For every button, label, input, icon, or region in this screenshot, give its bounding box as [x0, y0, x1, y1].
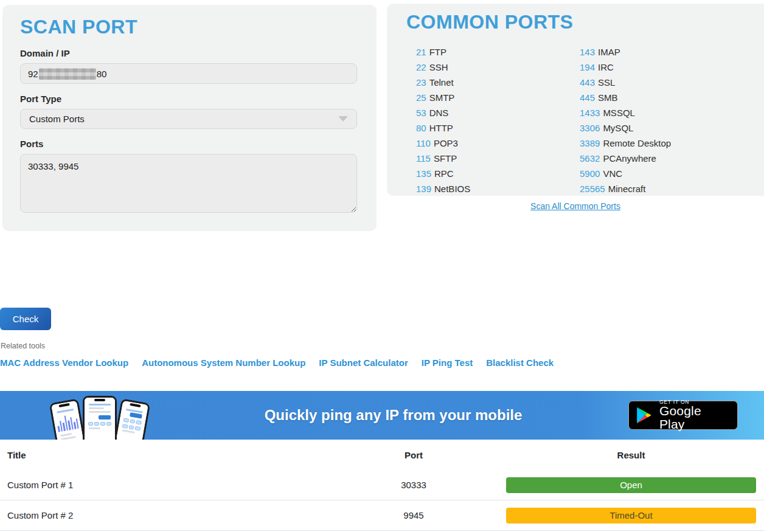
domain-ip-input[interactable]: 9280: [20, 63, 357, 84]
mobile-app-promo-banner: Quickly ping any IP from your mobile GET…: [0, 391, 764, 440]
port-number-link[interactable]: 25565: [580, 184, 605, 194]
header-title: Title: [0, 450, 376, 460]
status-badge: Open: [506, 477, 756, 493]
banner-headline: Quickly ping any IP from your mobile: [158, 391, 628, 440]
port-number-link[interactable]: 445: [580, 92, 595, 103]
port-type-select[interactable]: Custom Ports: [20, 109, 357, 129]
phones-mockup-image: [50, 395, 151, 440]
port-number-link[interactable]: 143: [580, 47, 595, 57]
common-port-item: 5900VNC: [580, 166, 671, 181]
result-cell: Timed-Out: [451, 508, 764, 523]
mini-bar-chart: [56, 413, 79, 432]
phone-right: [114, 398, 150, 440]
port-number-link[interactable]: 21: [416, 47, 426, 57]
port-number-link[interactable]: 3389: [580, 138, 600, 148]
related-tools-links: MAC Address Vendor LookupAutonomous Syst…: [0, 358, 554, 368]
header-port: Port: [376, 450, 451, 460]
common-port-item: 5632PCAnywhere: [580, 151, 671, 166]
port-number-link[interactable]: 115: [416, 153, 431, 164]
related-tool-link[interactable]: IP Subnet Calculator: [319, 358, 408, 368]
common-port-item: 3306MySQL: [580, 120, 671, 136]
related-tools-label: Related tools: [1, 342, 45, 350]
common-port-item: 23Telnet: [416, 75, 580, 90]
scan-results-table: Title Port Result Custom Port # 130333Op…: [0, 440, 764, 531]
port-scan-page: SCAN PORT Domain / IP 9280 Port Type Cus…: [0, 0, 764, 532]
port-name-label: RPC: [434, 168, 454, 179]
port-number-link[interactable]: 443: [580, 77, 595, 88]
common-port-item: 1433MSSQL: [580, 105, 671, 120]
common-port-item: 194IRC: [580, 60, 671, 75]
google-play-badge[interactable]: GET IT ON Google Play: [628, 401, 738, 430]
domain-ip-value-suffix: 80: [97, 69, 107, 79]
common-ports-column-right: 143IMAP194IRC443SSL445SMB1433MSSQL3306My…: [580, 44, 671, 196]
port-number-link[interactable]: 25: [416, 92, 426, 103]
check-button[interactable]: Check: [0, 308, 51, 330]
port-number-link[interactable]: 3306: [580, 123, 600, 133]
ports-textarea[interactable]: 30333, 9945: [20, 154, 357, 213]
table-row: Custom Port # 130333Open: [0, 470, 764, 500]
result-port-cell: 30333: [376, 480, 451, 490]
phone-center: [83, 396, 117, 440]
port-name-label: IMAP: [598, 47, 620, 57]
port-name-label: SMB: [598, 92, 618, 103]
result-port-cell: 9945: [376, 510, 451, 520]
common-port-item: 443SSL: [580, 75, 671, 90]
port-number-link[interactable]: 194: [580, 62, 595, 72]
port-type-selected-value: Custom Ports: [29, 114, 85, 124]
common-port-item: 53DNS: [416, 105, 580, 120]
related-tool-link[interactable]: Autonomous System Number Lookup: [142, 358, 305, 368]
port-number-link[interactable]: 53: [416, 108, 426, 118]
port-number-link[interactable]: 23: [416, 77, 426, 88]
port-number-link[interactable]: 22: [416, 62, 426, 72]
common-port-item: 115SFTP: [416, 151, 580, 166]
status-badge: Timed-Out: [506, 508, 756, 523]
table-body: Custom Port # 130333OpenCustom Port # 29…: [0, 470, 764, 531]
port-name-label: MySQL: [603, 123, 633, 133]
common-port-item: 25565Minecraft: [580, 181, 671, 196]
chevron-down-icon: [338, 116, 348, 122]
result-title-cell: Custom Port # 1: [0, 480, 376, 490]
common-ports-title: COMMON PORTS: [406, 11, 752, 33]
port-name-label: SSH: [429, 62, 448, 72]
port-name-label: Minecraft: [608, 184, 646, 194]
common-port-item: 80HTTP: [416, 120, 580, 136]
table-header-row: Title Port Result: [0, 440, 764, 470]
common-ports-column-left: 21FTP22SSH23Telnet25SMTP53DNS80HTTP110PO…: [416, 44, 580, 196]
port-type-label: Port Type: [20, 94, 359, 104]
port-number-link[interactable]: 80: [416, 123, 426, 133]
common-port-item: 110POP3: [416, 136, 580, 151]
domain-ip-value-prefix: 92: [28, 69, 38, 79]
port-name-label: SSL: [598, 77, 615, 88]
common-port-item: 25SMTP: [416, 90, 580, 105]
common-port-item: 143IMAP: [580, 44, 671, 60]
port-name-label: DNS: [429, 108, 449, 118]
port-number-link[interactable]: 135: [416, 168, 431, 179]
common-port-item: 445SMB: [580, 90, 671, 105]
ports-label: Ports: [20, 139, 359, 149]
common-port-item: 139NetBIOS: [416, 181, 580, 196]
scan-all-common-ports-link[interactable]: Scan All Common Ports: [387, 201, 764, 211]
related-tool-link[interactable]: MAC Address Vendor Lookup: [0, 358, 128, 368]
google-play-icon: [636, 406, 653, 424]
port-number-link[interactable]: 5900: [580, 168, 600, 179]
related-tool-link[interactable]: Blacklist Check: [486, 358, 554, 368]
header-result: Result: [451, 450, 764, 460]
port-number-link[interactable]: 139: [416, 184, 431, 194]
port-name-label: PCAnywhere: [603, 153, 656, 164]
google-play-badge-large-text: Google Play: [659, 404, 730, 431]
port-name-label: FTP: [429, 47, 446, 57]
redacted-segment: [39, 68, 96, 80]
port-name-label: POP3: [434, 138, 458, 148]
common-port-item: 21FTP: [416, 44, 580, 60]
port-number-link[interactable]: 5632: [580, 153, 600, 164]
port-name-label: VNC: [603, 168, 622, 179]
port-name-label: MSSQL: [603, 108, 635, 118]
related-tool-link[interactable]: IP Ping Test: [422, 358, 473, 368]
port-number-link[interactable]: 1433: [580, 108, 600, 118]
common-port-item: 3389Remote Desktop: [580, 136, 671, 151]
result-cell: Open: [451, 477, 764, 493]
port-number-link[interactable]: 110: [416, 138, 431, 148]
port-name-label: Remote Desktop: [603, 138, 671, 148]
port-name-label: NetBIOS: [434, 184, 470, 194]
port-name-label: SMTP: [429, 92, 455, 103]
